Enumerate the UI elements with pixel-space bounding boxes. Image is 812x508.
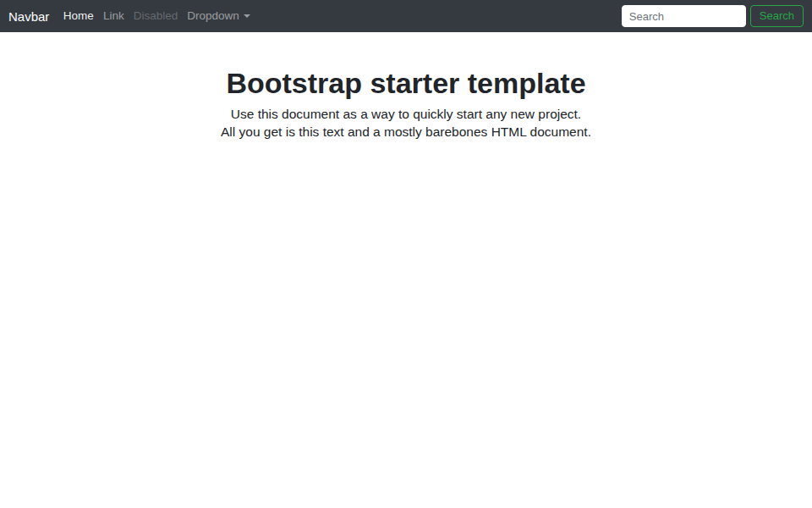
nav-item-dropdown-label: Dropdown [187,0,239,32]
search-form: Search [622,5,804,27]
search-button[interactable]: Search [750,5,804,27]
nav-item-home[interactable]: Home [58,0,98,32]
page-title: Bootstrap starter template [0,66,812,101]
nav-item-dropdown[interactable]: Dropdown [183,0,255,32]
caret-down-icon [244,14,250,18]
nav-item-disabled: Disabled [129,0,183,32]
main-content: Bootstrap starter template Use this docu… [0,66,812,141]
navbar: Navbar Home Link Disabled Dropdown Searc… [0,0,812,32]
lead-line-1: Use this document as a way to quickly st… [231,107,581,121]
navbar-nav: Home Link Disabled Dropdown [58,0,255,32]
navbar-brand[interactable]: Navbar [8,9,49,24]
lead-line-2: All you get is this text and a mostly ba… [221,124,591,139]
search-input[interactable] [622,5,746,27]
nav-item-link[interactable]: Link [98,0,129,32]
lead-paragraph: Use this document as a way to quickly st… [0,105,812,141]
